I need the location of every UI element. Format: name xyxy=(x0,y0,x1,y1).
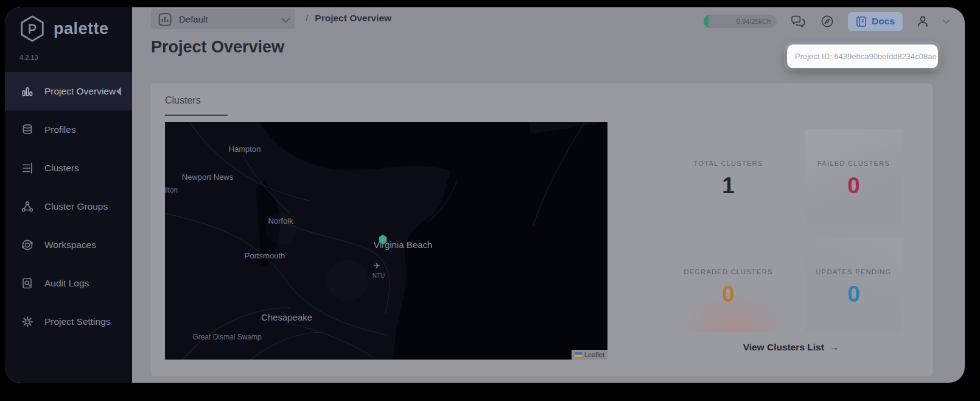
app-window: palette 4.2.13 Project OverviewProfilesC… xyxy=(5,7,965,383)
usage-badge: 0.94/25kCh xyxy=(704,15,777,28)
compass-icon[interactable] xyxy=(820,14,835,29)
chat-icon[interactable] xyxy=(790,14,807,29)
sidebar-menu: Project OverviewProfilesClustersCluster … xyxy=(5,72,132,341)
app-wordmark: palette xyxy=(54,20,109,38)
docs-button-label: Docs xyxy=(872,16,895,27)
topbar-actions: 0.94/25kCh Docs xyxy=(704,7,948,35)
project-scope-value: Default xyxy=(179,14,275,24)
airport-icon: ✈ xyxy=(373,261,380,271)
ukraine-flag-icon xyxy=(575,352,582,357)
breadcrumb-separator: / xyxy=(306,13,308,24)
sidebar-item-label: Profiles xyxy=(44,124,76,135)
page-title: Project Overview xyxy=(151,38,284,57)
sidebar-item-clusters[interactable]: Clusters xyxy=(5,149,132,187)
chevron-down-icon xyxy=(281,14,290,23)
doc-search-icon xyxy=(21,277,34,290)
map-city-label: Portsmouth xyxy=(245,251,285,260)
map-city-label: NTU xyxy=(373,272,385,279)
map-city-label: Chesapeake xyxy=(261,312,312,322)
view-clusters-list-label: View Clusters List xyxy=(743,342,824,352)
active-item-notch xyxy=(116,87,121,96)
stat-value: 0 xyxy=(805,282,902,307)
account-chevron-down-icon[interactable] xyxy=(943,17,950,24)
usage-badge-text: 0.94/25kCh xyxy=(737,18,771,25)
tab-clusters[interactable]: Clusters xyxy=(165,95,201,106)
clusters-map[interactable]: HamptonNewport NewslltonNorfolkVirginia … xyxy=(165,122,607,360)
docs-button[interactable]: Docs xyxy=(848,12,903,31)
gear-icon xyxy=(21,315,34,328)
sidebar-item-project-settings[interactable]: Project Settings xyxy=(5,302,132,341)
sidebar-item-label: Cluster Groups xyxy=(44,201,108,212)
stat-card-total: TOTAL CLUSTERS1 xyxy=(680,129,777,224)
stat-label: UPDATES PENDING xyxy=(805,268,902,275)
usage-progress-fill xyxy=(704,15,709,28)
stat-label: FAILED CLUSTERS xyxy=(805,160,902,167)
sidebar: palette 4.2.13 Project OverviewProfilesC… xyxy=(5,7,132,383)
breadcrumb-current: Project Overview xyxy=(315,13,391,24)
sidebar-item-cluster-groups[interactable]: Cluster Groups xyxy=(5,187,132,225)
map-city-label: Newport News xyxy=(182,172,234,182)
breadcrumb: / Project Overview xyxy=(306,13,391,24)
sidebar-item-label: Audit Logs xyxy=(44,278,89,289)
user-icon[interactable] xyxy=(916,15,929,28)
map-city-label: Hampton xyxy=(229,144,261,154)
sidebar-item-label: Project Overview xyxy=(44,86,116,97)
tab-active-indicator xyxy=(165,115,228,116)
stat-value: 1 xyxy=(680,173,777,199)
map-city-label: llton xyxy=(165,186,178,194)
clusters-card: Clusters xyxy=(151,83,933,376)
server-list-icon xyxy=(21,161,34,175)
sidebar-item-audit-logs[interactable]: Audit Logs xyxy=(5,264,132,302)
layers-icon xyxy=(21,123,34,137)
stat-card-failed: FAILED CLUSTERS0 xyxy=(805,129,902,224)
network-icon xyxy=(21,200,34,213)
project-id-text: Project ID: 6439ebca90befdd8234c08ae xyxy=(795,52,937,61)
sidebar-item-label: Workspaces xyxy=(44,240,96,250)
sidebar-item-label: Project Settings xyxy=(44,316,111,327)
logo: palette xyxy=(18,15,109,43)
sidebar-item-profiles[interactable]: Profiles xyxy=(5,110,132,149)
stat-value: 0 xyxy=(680,282,777,307)
sidebar-item-label: Clusters xyxy=(44,163,79,174)
map-attribution-label: Leaflet xyxy=(584,351,604,358)
stat-label: TOTAL CLUSTERS xyxy=(680,160,777,167)
sidebar-item-project-overview[interactable]: Project Overview xyxy=(5,72,132,110)
view-clusters-list-link[interactable]: View Clusters List→ xyxy=(680,342,902,353)
stat-card-degraded: DEGRADED CLUSTERS0 xyxy=(680,238,777,332)
app-version: 4.2.13 xyxy=(19,54,38,61)
topbar: Default / Project Overview 0.94/25kCh xyxy=(132,7,965,35)
arrow-right-icon: → xyxy=(830,342,839,352)
project-id-tooltip: Project ID: 6439ebca90befdd8234c08ae xyxy=(787,44,938,68)
stat-value: 0 xyxy=(805,173,902,199)
map-attribution[interactable]: Leaflet xyxy=(572,350,607,360)
sidebar-item-workspaces[interactable]: Workspaces xyxy=(5,225,132,264)
chart-select-icon xyxy=(158,13,172,26)
map-city-label: Norfolk xyxy=(268,216,293,225)
bar-chart-icon xyxy=(21,85,34,98)
stat-card-pending: UPDATES PENDING0 xyxy=(805,238,902,332)
map-city-label: Great Dismal Swamp xyxy=(192,333,261,341)
project-scope-selector[interactable]: Default xyxy=(151,9,295,29)
palette-logo-icon xyxy=(18,15,46,43)
orbit-icon xyxy=(21,238,34,252)
book-icon xyxy=(856,16,867,27)
stat-label: DEGRADED CLUSTERS xyxy=(680,268,777,275)
